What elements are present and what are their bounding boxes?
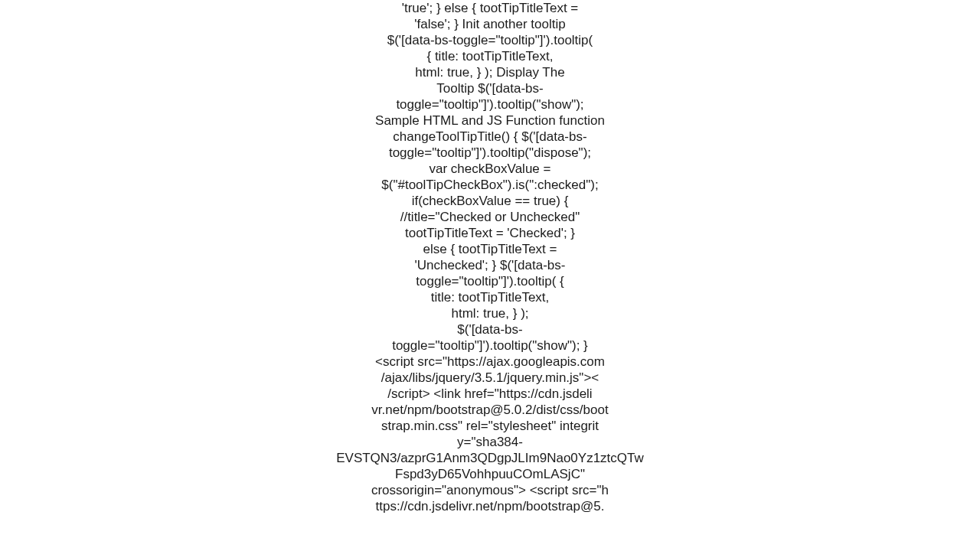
code-line: tootTipTitleText = 'Checked'; } [325, 225, 655, 241]
code-line: $("#toolTipCheckBox").is(":checked"); [325, 177, 655, 193]
code-line: 'true'; } else { tootTipTitleText = [325, 0, 655, 16]
code-line: $('[data-bs- [325, 321, 655, 337]
code-line: Sample HTML and JS Function function [325, 112, 655, 129]
code-line: toggle="tooltip"]').tooltip( { [325, 273, 655, 289]
code-line: crossorigin="anonymous"> <script src="h [325, 482, 655, 498]
code-line: vr.net/npm/bootstrap@5.0.2/dist/css/boot [325, 402, 655, 418]
code-line: html: true, } ); [325, 305, 655, 321]
code-line: <script src="https://ajax.googleapis.com [325, 354, 655, 370]
code-line: strap.min.css" rel="stylesheet" integrit [325, 418, 655, 434]
code-line: 'false'; } Init another tooltip [325, 16, 655, 32]
code-line: { title: tootTipTitleText, [325, 48, 655, 64]
code-line: /script> <link href="https://cdn.jsdeli [325, 386, 655, 402]
code-line: title: tootTipTitleText, [325, 289, 655, 305]
code-line: changeToolTipTitle() { $('[data-bs- [325, 129, 655, 145]
code-line: /ajax/libs/jquery/3.5.1/jquery.min.js">< [325, 370, 655, 386]
code-line: //title="Checked or Unchecked" [325, 209, 655, 225]
code-line: toggle="tooltip"]').tooltip("show"); [325, 96, 655, 112]
code-line: Fspd3yD65VohhpuuCOmLASjC" [325, 466, 655, 482]
code-line: toggle="tooltip"]').tooltip("show"); } [325, 337, 655, 354]
code-line: toggle="tooltip"]').tooltip("dispose"); [325, 145, 655, 161]
document-content: 'true'; } else { tootTipTitleText = 'fal… [325, 0, 655, 514]
code-line: var checkBoxValue = [325, 161, 655, 177]
code-line: html: true, } ); Display The [325, 64, 655, 80]
code-line: EVSTQN3/azprG1Anm3QDgpJLIm9Nao0Yz1ztcQTw [325, 450, 655, 466]
code-line: 'Unchecked'; } $('[data-bs- [325, 257, 655, 273]
code-line: if(checkBoxValue == true) { [325, 193, 655, 209]
code-line: $('[data-bs-toggle="tooltip"]').tooltip( [325, 32, 655, 48]
code-line: ttps://cdn.jsdelivr.net/npm/bootstrap@5. [325, 498, 655, 514]
code-line: y="sha384- [325, 434, 655, 450]
code-line: Tooltip $('[data-bs- [325, 80, 655, 96]
code-line: else { tootTipTitleText = [325, 241, 655, 257]
